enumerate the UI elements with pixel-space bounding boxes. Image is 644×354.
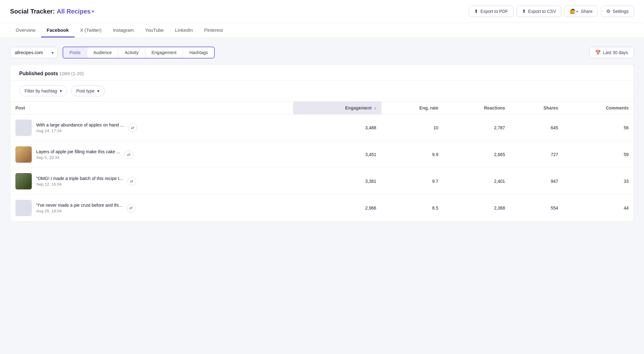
post-thumbnail-2 — [15, 173, 32, 189]
col-reactions: Reactions — [443, 102, 510, 115]
table-header: Post Engagement ≡ Eng. rate Reactions — [10, 102, 634, 115]
share-button[interactable]: 🙋+ Share — [564, 6, 598, 17]
top-filters-area: allrecipes.com allrecipes.co.uk ▾ Posts … — [10, 47, 634, 59]
settings-label: Settings — [613, 9, 629, 14]
nav-tabs-bar: Overview Facebook X (Twitter) Instagram … — [0, 23, 644, 38]
domain-select[interactable]: allrecipes.com allrecipes.co.uk — [10, 47, 58, 58]
post-info-3: "I've never made a pie crust before and … — [36, 203, 122, 213]
filter-post-type-label: Post type — [76, 88, 95, 93]
table-header-row: Published posts 1069 (1-20) — [10, 65, 634, 81]
post-link-icon-0[interactable]: ⇄ — [128, 123, 137, 132]
table-filters: Filter by hashtag ▾ Post type ▾ — [10, 81, 634, 102]
tab-twitter[interactable]: X (Twitter) — [75, 23, 107, 37]
engagement-value-2: 3,381 — [293, 168, 381, 195]
sub-tab-posts[interactable]: Posts — [63, 47, 87, 58]
col-post: Post — [10, 102, 293, 115]
sub-tab-audience[interactable]: Audience — [87, 47, 118, 58]
post-date-2: Sep 12, 16:04 — [36, 182, 123, 187]
post-thumbnail-3 — [15, 200, 32, 216]
post-link-icon-1[interactable]: ⇄ — [125, 150, 133, 159]
eng-rate-value-2: 9.7 — [381, 168, 443, 195]
post-link-icon-2[interactable]: ⇄ — [127, 177, 136, 186]
post-date-1: Sep 5, 20:34 — [36, 155, 120, 160]
tab-youtube[interactable]: YouTube — [140, 23, 169, 37]
table-section: Published posts 1069 (1-20) Filter by ha… — [10, 64, 634, 222]
post-date-3: Aug 26, 19:04 — [36, 209, 122, 213]
tab-instagram[interactable]: Instagram — [107, 23, 140, 37]
left-controls: allrecipes.com allrecipes.co.uk ▾ Posts … — [10, 47, 215, 59]
shares-value-2: 947 — [510, 168, 563, 195]
sub-tab-activity[interactable]: Activity — [118, 47, 145, 58]
export-pdf-label: Export to PDF — [480, 9, 508, 14]
brand-chevron[interactable]: ▾ — [92, 9, 94, 14]
top-bar-left: Social Tracker: All Recipes ▾ — [10, 8, 94, 15]
comments-value-1: 59 — [563, 141, 634, 168]
export-csv-label: Export to CSV — [528, 9, 556, 14]
upload-icon: ⬆ — [474, 8, 478, 14]
comments-value-2: 33 — [563, 168, 634, 195]
tab-facebook[interactable]: Facebook — [41, 23, 75, 37]
upload-csv-icon: ⬆ — [522, 8, 526, 14]
page-wrapper: Social Tracker: All Recipes ▾ ⬆ Export t… — [0, 0, 644, 354]
eng-rate-value-3: 8.5 — [381, 195, 443, 222]
post-info-2: "OMG! I made a triple batch of this reci… — [36, 176, 123, 187]
sub-tab-hashtags[interactable]: Hashtags — [183, 47, 214, 58]
tab-linkedin[interactable]: LinkedIn — [169, 23, 199, 37]
eng-rate-value-0: 10 — [381, 115, 443, 141]
col-eng-rate: Eng. rate — [381, 102, 443, 115]
post-info-0: With a large abundance of apples on hand… — [36, 122, 124, 133]
gear-icon: ⚙ — [606, 8, 610, 14]
post-cell-0: With a large abundance of apples on hand… — [10, 115, 293, 141]
top-bar-right: ⬆ Export to PDF ⬆ Export to CSV 🙋+ Share… — [469, 6, 634, 17]
filter-hashtag-label: Filter by hashtag — [25, 88, 57, 93]
filter-hashtag-chevron-icon: ▾ — [60, 88, 62, 93]
post-cell-1: Layers of apple pie filling make this ca… — [10, 141, 293, 168]
share-label: Share — [581, 9, 592, 14]
date-range-button[interactable]: 📅 Last 30 days — [589, 47, 634, 58]
filter-hashtag-button[interactable]: Filter by hashtag ▾ — [19, 86, 67, 96]
table-row: With a large abundance of apples on hand… — [10, 115, 634, 141]
col-shares: Shares — [510, 102, 563, 115]
sub-tab-engagement[interactable]: Engagement — [145, 47, 183, 58]
post-text-0: With a large abundance of apples on hand… — [36, 122, 124, 127]
post-text-1: Layers of apple pie filling make this ca… — [36, 149, 120, 154]
post-cell-3: "I've never made a pie crust before and … — [10, 195, 293, 222]
sub-tabs-wrapper: Posts Audience Activity Engagement Hasht… — [63, 47, 215, 59]
domain-select-wrapper: allrecipes.com allrecipes.co.uk ▾ — [10, 47, 58, 58]
post-date-0: Aug 24, 17:34 — [36, 128, 124, 133]
main-content: allrecipes.com allrecipes.co.uk ▾ Posts … — [0, 38, 644, 229]
filter-post-type-chevron-icon: ▾ — [97, 88, 99, 93]
tab-pinterest[interactable]: Pinterest — [198, 23, 228, 37]
engagement-value-3: 2,966 — [293, 195, 381, 222]
table-row: "I've never made a pie crust before and … — [10, 195, 634, 222]
reactions-value-0: 2,787 — [443, 115, 510, 141]
engagement-value-1: 3,451 — [293, 141, 381, 168]
date-range-label: Last 30 days — [603, 50, 628, 55]
reactions-value-2: 2,401 — [443, 168, 510, 195]
table-title-count: 1069 (1-20) — [59, 71, 84, 76]
post-info-1: Layers of apple pie filling make this ca… — [36, 149, 120, 160]
posts-table: Post Engagement ≡ Eng. rate Reactions — [10, 102, 634, 221]
shares-value-3: 554 — [510, 195, 563, 222]
post-text-3: "I've never made a pie crust before and … — [36, 203, 122, 208]
share-icon: 🙋+ — [570, 8, 579, 14]
comments-value-0: 56 — [563, 115, 634, 141]
reactions-value-3: 2,368 — [443, 195, 510, 222]
settings-button[interactable]: ⚙ Settings — [601, 6, 634, 17]
top-bar: Social Tracker: All Recipes ▾ ⬆ Export t… — [0, 0, 644, 23]
engagement-value-0: 3,488 — [293, 115, 381, 141]
export-csv-button[interactable]: ⬆ Export to CSV — [517, 6, 562, 17]
sort-icon: ≡ — [374, 106, 376, 110]
eng-rate-value-1: 9.9 — [381, 141, 443, 168]
calendar-icon: 📅 — [595, 50, 601, 55]
export-pdf-button[interactable]: ⬆ Export to PDF — [469, 6, 514, 17]
post-text-2: "OMG! I made a triple batch of this reci… — [36, 176, 123, 181]
shares-value-0: 645 — [510, 115, 563, 141]
table-row: "OMG! I made a triple batch of this reci… — [10, 168, 634, 195]
tab-overview[interactable]: Overview — [10, 23, 41, 37]
filter-post-type-button[interactable]: Post type ▾ — [71, 86, 105, 96]
col-engagement[interactable]: Engagement ≡ — [293, 102, 381, 115]
post-link-icon-3[interactable]: ⇄ — [127, 204, 136, 212]
brand-name[interactable]: All Recipes — [57, 8, 91, 15]
reactions-value-1: 2,665 — [443, 141, 510, 168]
